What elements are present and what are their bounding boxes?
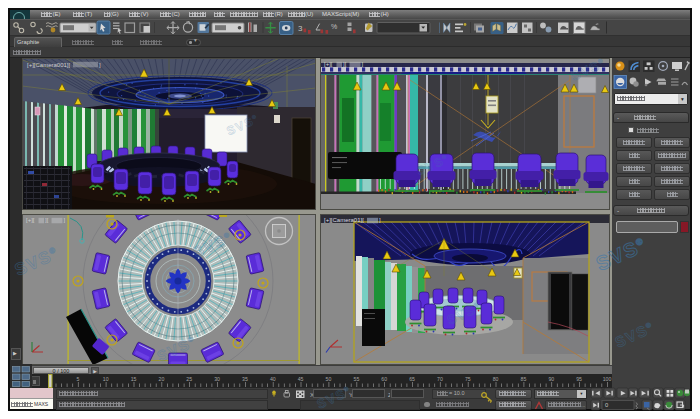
svg-text:[+][: [+][ — [26, 217, 35, 223]
svg-text:40: 40 — [270, 376, 276, 382]
svg-text:][: ][ — [343, 61, 347, 67]
svg-text:50: 50 — [326, 376, 332, 382]
svg-text:55: 55 — [354, 376, 360, 382]
svg-text:][: ][ — [45, 217, 49, 223]
svg-text:100: 100 — [603, 376, 612, 382]
svg-text:20: 20 — [159, 376, 165, 382]
svg-text:60: 60 — [381, 376, 387, 382]
svg-text:%: % — [331, 23, 337, 30]
svg-text:0: 0 — [605, 402, 608, 408]
svg-text:5: 5 — [76, 376, 79, 382]
svg-text:[+][Camera01][: [+][Camera01][ — [324, 217, 364, 223]
svg-text:[+][Camera001][: [+][Camera001][ — [27, 62, 71, 68]
svg-text:Z:: Z: — [388, 392, 390, 398]
svg-text:45: 45 — [298, 376, 304, 382]
svg-text:85: 85 — [521, 376, 527, 382]
svg-text:15: 15 — [131, 376, 137, 382]
svg-text:90: 90 — [548, 376, 554, 382]
svg-text:65: 65 — [409, 376, 415, 382]
svg-text:70: 70 — [437, 376, 443, 382]
svg-text:[+][: [+][ — [324, 61, 333, 67]
svg-text:95: 95 — [576, 376, 582, 382]
svg-text:80: 80 — [493, 376, 499, 382]
svg-text:3: 3 — [298, 24, 303, 33]
svg-text:35: 35 — [242, 376, 248, 382]
svg-text:10: 10 — [103, 376, 109, 382]
svg-text:30: 30 — [214, 376, 220, 382]
svg-text:75: 75 — [465, 376, 471, 382]
svg-text:25: 25 — [186, 376, 192, 382]
